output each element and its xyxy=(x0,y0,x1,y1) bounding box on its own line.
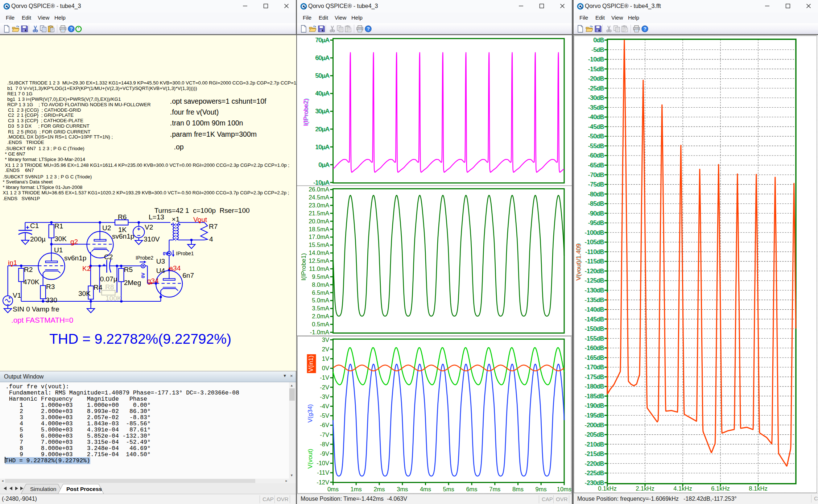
svg-text:Turns=42 1 c=100p Rser=100: Turns=42 1 c=100p Rser=100 xyxy=(154,207,250,214)
svg-text:V(g34): V(g34) xyxy=(307,404,314,422)
svg-text:20µA: 20µA xyxy=(315,126,329,132)
svg-text:-135dB: -135dB xyxy=(584,297,604,303)
svg-text:1V: 1V xyxy=(322,355,329,362)
svg-text:-165dB: -165dB xyxy=(584,354,604,361)
svg-text:310V: 310V xyxy=(144,235,160,243)
svg-text:R8: R8 xyxy=(105,283,114,291)
svg-text:?: ? xyxy=(643,26,646,32)
svg-text:Post Process: Post Process xyxy=(66,486,102,492)
svg-text:-90dB: -90dB xyxy=(588,210,604,216)
svg-text:5.0mA: 5.0mA xyxy=(312,297,329,303)
svg-text:V(in1): V(in1) xyxy=(307,355,314,372)
svg-text:5ms: 5ms xyxy=(443,486,454,492)
svg-text:2ms: 2ms xyxy=(373,486,385,492)
svg-text:.SUBCKT 6N7 1 2 3 ; P G C (Tr: .SUBCKT 6N7 1 2 3 ; P G C (Triode) xyxy=(5,146,84,151)
svg-text:-10µA: -10µA xyxy=(313,179,329,186)
svg-text:-65dB: -65dB xyxy=(588,162,604,168)
svg-text:.four fre v(Vout): .four fre v(Vout) xyxy=(170,108,219,116)
svg-text:RE1 7 0 1G: RE1 7 0 1G xyxy=(7,91,32,96)
svg-text:.tran 0 100m 90m 100n: .tran 0 100m 90m 100n xyxy=(170,119,243,127)
svg-text:9.5mA: 9.5mA xyxy=(312,273,329,280)
svg-text:-50dB: -50dB xyxy=(588,133,604,139)
svg-text:4: 4 xyxy=(209,235,213,243)
svg-text:8.1kHz: 8.1kHz xyxy=(749,485,767,492)
svg-text:100K: 100K xyxy=(106,294,122,302)
svg-text:0.07µ: 0.07µ xyxy=(100,275,117,283)
svg-text:I(IProbe2): I(IProbe2) xyxy=(302,99,309,126)
svg-text:R7: R7 xyxy=(209,223,218,230)
svg-text:-9V: -9V xyxy=(320,450,329,457)
svg-text:-80dB: -80dB xyxy=(588,191,604,197)
svg-text:bg1 1 3 i=(PWR(V(7,0),EX)+PWR: bg1 1 3 i=(PWR(V(7,0),EX)+PWRS(V(7,0),EX… xyxy=(7,96,121,102)
svg-text:-30dB: -30dB xyxy=(588,94,604,101)
svg-text:-195dB: -195dB xyxy=(584,412,604,418)
svg-text:30K: 30K xyxy=(54,235,67,243)
svg-text:C2 2 1 {CGP} ; GRID=PLATE: C2 2 1 {CGP} ; GRID=PLATE xyxy=(8,112,74,118)
svg-text:.param fre=1K Vamp=300m: .param fre=1K Vamp=300m xyxy=(170,130,257,138)
svg-text:-140dB: -140dB xyxy=(584,306,604,313)
svg-text:-190dB: -190dB xyxy=(584,402,604,409)
svg-text:0ms: 0ms xyxy=(327,486,339,492)
svg-text:U4: U4 xyxy=(156,267,165,274)
svg-text:21.5mA: 21.5mA xyxy=(309,210,329,216)
svg-text:?: ? xyxy=(367,26,369,32)
svg-text:K2: K2 xyxy=(82,265,91,272)
svg-text:-6V: -6V xyxy=(320,422,329,428)
svg-text:IProbe1: IProbe1 xyxy=(176,251,194,256)
svg-text:3ms: 3ms xyxy=(397,486,408,492)
svg-text:40µA: 40µA xyxy=(315,90,329,96)
svg-text:R3: R3 xyxy=(46,283,55,290)
svg-text:.ENDS SV6N1P: .ENDS SV6N1P xyxy=(3,196,40,201)
svg-text:U2: U2 xyxy=(102,224,111,232)
svg-text:R6: R6 xyxy=(118,213,127,221)
svg-text:50µA: 50µA xyxy=(315,72,329,79)
svg-text:THD = 9.22782%(9.22792%): THD = 9.22782%(9.22792%) xyxy=(49,331,231,347)
svg-text:-11V: -11V xyxy=(317,469,329,476)
svg-text:-4V: -4V xyxy=(320,403,329,409)
svg-text:2Meg: 2Meg xyxy=(124,279,141,286)
svg-text:4.1kHz: 4.1kHz xyxy=(673,485,692,492)
svg-text:12.5mA: 12.5mA xyxy=(309,257,329,264)
svg-text:17.0mA: 17.0mA xyxy=(309,234,329,240)
svg-text:-95dB: -95dB xyxy=(588,219,604,226)
svg-text:g2: g2 xyxy=(70,238,78,245)
svg-text:V2: V2 xyxy=(145,223,153,231)
svg-text:* library format: LTSpice 30-M: * library format: LTSpice 30-Mar-2014 xyxy=(5,157,85,162)
svg-text:X1 1 2 3 TRIODE MU=36.65 EX=1.: X1 1 2 3 TRIODE MU=36.65 EX=1.537 KG1=10… xyxy=(3,190,289,195)
svg-text:2.0mA: 2.0mA xyxy=(312,313,329,319)
svg-text:-120dB: -120dB xyxy=(584,268,604,274)
svg-text:C3 1 3 {CCP} ; CATHODE-PLATE: C3 1 3 {CCP} ; CATHODE-PLATE xyxy=(8,118,83,123)
svg-text:.opt FASTMATH=0: .opt FASTMATH=0 xyxy=(11,316,73,324)
svg-text:-215dB: -215dB xyxy=(584,450,604,457)
svg-text:in1: in1 xyxy=(8,259,17,267)
svg-text:-75dB: -75dB xyxy=(588,181,604,187)
svg-text:a34: a34 xyxy=(169,264,181,272)
svg-text:-125dB: -125dB xyxy=(584,277,604,284)
svg-text:10µA: 10µA xyxy=(315,144,329,150)
svg-text:14.0mA: 14.0mA xyxy=(309,249,329,256)
svg-text:330: 330 xyxy=(46,296,57,304)
svg-text:7ms: 7ms xyxy=(489,486,500,492)
svg-text:-100dB: -100dB xyxy=(584,229,604,236)
svg-text:* GE 6N7: * GE 6N7 xyxy=(5,151,25,157)
svg-text:-205dB: -205dB xyxy=(584,431,604,438)
svg-text:10ms: 10ms xyxy=(557,486,571,492)
svg-text:C1: C1 xyxy=(30,222,39,230)
svg-text:-1V: -1V xyxy=(320,374,329,381)
svg-text:-170dB: -170dB xyxy=(584,364,604,370)
svg-text:70µA: 70µA xyxy=(315,37,329,43)
svg-text:sv6n1p: sv6n1p xyxy=(112,232,134,240)
svg-text:6ms: 6ms xyxy=(466,486,477,492)
svg-text:.SUBCKT SV6N1P 1 2 3 ; P G C: .SUBCKT SV6N1P 1 2 3 ; P G C (Triode) xyxy=(3,174,92,179)
svg-text:-45dB: -45dB xyxy=(588,123,604,130)
svg-text:R2: R2 xyxy=(24,266,33,273)
svg-text:15.5mA: 15.5mA xyxy=(309,241,329,248)
svg-text:U1: U1 xyxy=(54,246,63,254)
svg-text:R5: R5 xyxy=(124,266,133,273)
svg-text:-8V: -8V xyxy=(320,441,329,447)
svg-text:-105dB: -105dB xyxy=(584,239,604,245)
svg-text:30K: 30K xyxy=(78,290,91,297)
svg-text:18.5mA: 18.5mA xyxy=(309,226,329,232)
svg-text:2.1kHz: 2.1kHz xyxy=(636,485,654,492)
svg-text:-55dB: -55dB xyxy=(588,142,604,149)
